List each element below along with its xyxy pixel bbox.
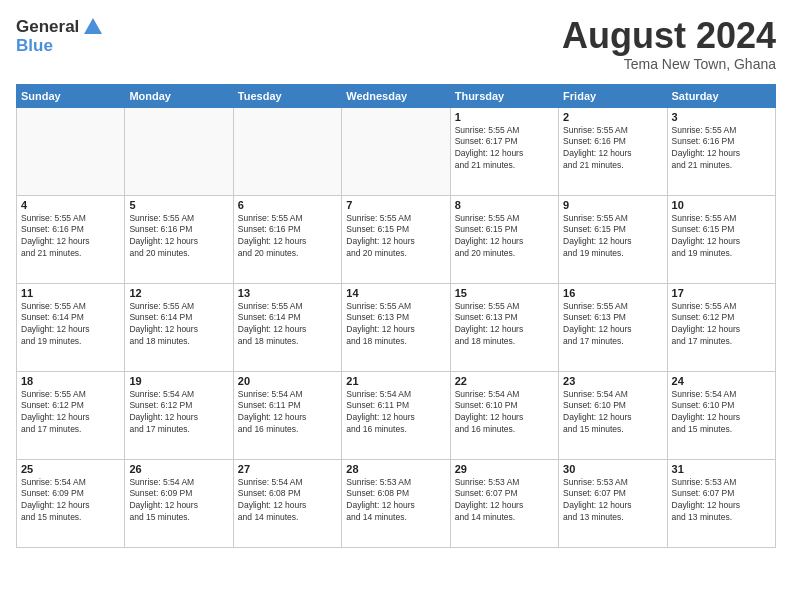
day-number: 2 xyxy=(563,111,662,123)
calendar-cell: 17Sunrise: 5:55 AM Sunset: 6:12 PM Dayli… xyxy=(667,283,775,371)
calendar-cell: 22Sunrise: 5:54 AM Sunset: 6:10 PM Dayli… xyxy=(450,371,558,459)
day-number: 5 xyxy=(129,199,228,211)
day-number: 9 xyxy=(563,199,662,211)
day-info: Sunrise: 5:54 AM Sunset: 6:10 PM Dayligh… xyxy=(672,389,771,437)
day-info: Sunrise: 5:55 AM Sunset: 6:16 PM Dayligh… xyxy=(129,213,228,261)
day-number: 25 xyxy=(21,463,120,475)
day-number: 14 xyxy=(346,287,445,299)
day-info: Sunrise: 5:53 AM Sunset: 6:07 PM Dayligh… xyxy=(455,477,554,525)
calendar-week-2: 4Sunrise: 5:55 AM Sunset: 6:16 PM Daylig… xyxy=(17,195,776,283)
day-number: 20 xyxy=(238,375,337,387)
day-info: Sunrise: 5:54 AM Sunset: 6:09 PM Dayligh… xyxy=(21,477,120,525)
day-info: Sunrise: 5:55 AM Sunset: 6:16 PM Dayligh… xyxy=(563,125,662,173)
day-number: 27 xyxy=(238,463,337,475)
weekday-header-sunday: Sunday xyxy=(17,84,125,107)
day-info: Sunrise: 5:53 AM Sunset: 6:07 PM Dayligh… xyxy=(672,477,771,525)
calendar-cell: 11Sunrise: 5:55 AM Sunset: 6:14 PM Dayli… xyxy=(17,283,125,371)
calendar-cell: 23Sunrise: 5:54 AM Sunset: 6:10 PM Dayli… xyxy=(559,371,667,459)
calendar-cell: 27Sunrise: 5:54 AM Sunset: 6:08 PM Dayli… xyxy=(233,459,341,547)
calendar-cell: 5Sunrise: 5:55 AM Sunset: 6:16 PM Daylig… xyxy=(125,195,233,283)
day-info: Sunrise: 5:55 AM Sunset: 6:13 PM Dayligh… xyxy=(563,301,662,349)
day-info: Sunrise: 5:55 AM Sunset: 6:16 PM Dayligh… xyxy=(238,213,337,261)
weekday-header-thursday: Thursday xyxy=(450,84,558,107)
day-number: 19 xyxy=(129,375,228,387)
day-number: 29 xyxy=(455,463,554,475)
calendar-cell: 4Sunrise: 5:55 AM Sunset: 6:16 PM Daylig… xyxy=(17,195,125,283)
day-number: 30 xyxy=(563,463,662,475)
day-info: Sunrise: 5:55 AM Sunset: 6:12 PM Dayligh… xyxy=(21,389,120,437)
day-info: Sunrise: 5:55 AM Sunset: 6:13 PM Dayligh… xyxy=(346,301,445,349)
day-info: Sunrise: 5:55 AM Sunset: 6:14 PM Dayligh… xyxy=(129,301,228,349)
calendar-cell: 12Sunrise: 5:55 AM Sunset: 6:14 PM Dayli… xyxy=(125,283,233,371)
calendar-header-row: SundayMondayTuesdayWednesdayThursdayFrid… xyxy=(17,84,776,107)
calendar-cell: 31Sunrise: 5:53 AM Sunset: 6:07 PM Dayli… xyxy=(667,459,775,547)
day-number: 23 xyxy=(563,375,662,387)
calendar-cell: 8Sunrise: 5:55 AM Sunset: 6:15 PM Daylig… xyxy=(450,195,558,283)
logo-icon xyxy=(82,16,104,38)
calendar-cell: 26Sunrise: 5:54 AM Sunset: 6:09 PM Dayli… xyxy=(125,459,233,547)
day-number: 15 xyxy=(455,287,554,299)
calendar-week-3: 11Sunrise: 5:55 AM Sunset: 6:14 PM Dayli… xyxy=(17,283,776,371)
day-info: Sunrise: 5:55 AM Sunset: 6:15 PM Dayligh… xyxy=(346,213,445,261)
day-info: Sunrise: 5:55 AM Sunset: 6:15 PM Dayligh… xyxy=(455,213,554,261)
weekday-header-saturday: Saturday xyxy=(667,84,775,107)
day-number: 8 xyxy=(455,199,554,211)
calendar-cell: 30Sunrise: 5:53 AM Sunset: 6:07 PM Dayli… xyxy=(559,459,667,547)
day-number: 4 xyxy=(21,199,120,211)
calendar-week-5: 25Sunrise: 5:54 AM Sunset: 6:09 PM Dayli… xyxy=(17,459,776,547)
calendar-cell: 25Sunrise: 5:54 AM Sunset: 6:09 PM Dayli… xyxy=(17,459,125,547)
calendar-cell xyxy=(125,107,233,195)
day-info: Sunrise: 5:55 AM Sunset: 6:14 PM Dayligh… xyxy=(238,301,337,349)
calendar-cell xyxy=(342,107,450,195)
calendar-cell: 29Sunrise: 5:53 AM Sunset: 6:07 PM Dayli… xyxy=(450,459,558,547)
day-info: Sunrise: 5:54 AM Sunset: 6:10 PM Dayligh… xyxy=(455,389,554,437)
calendar-cell: 13Sunrise: 5:55 AM Sunset: 6:14 PM Dayli… xyxy=(233,283,341,371)
calendar-cell xyxy=(233,107,341,195)
day-number: 6 xyxy=(238,199,337,211)
day-info: Sunrise: 5:55 AM Sunset: 6:15 PM Dayligh… xyxy=(563,213,662,261)
day-number: 1 xyxy=(455,111,554,123)
day-info: Sunrise: 5:54 AM Sunset: 6:10 PM Dayligh… xyxy=(563,389,662,437)
day-number: 21 xyxy=(346,375,445,387)
day-number: 18 xyxy=(21,375,120,387)
day-info: Sunrise: 5:55 AM Sunset: 6:17 PM Dayligh… xyxy=(455,125,554,173)
day-info: Sunrise: 5:54 AM Sunset: 6:08 PM Dayligh… xyxy=(238,477,337,525)
calendar-cell: 21Sunrise: 5:54 AM Sunset: 6:11 PM Dayli… xyxy=(342,371,450,459)
day-info: Sunrise: 5:54 AM Sunset: 6:11 PM Dayligh… xyxy=(238,389,337,437)
day-info: Sunrise: 5:55 AM Sunset: 6:16 PM Dayligh… xyxy=(672,125,771,173)
day-info: Sunrise: 5:55 AM Sunset: 6:16 PM Dayligh… xyxy=(21,213,120,261)
day-number: 3 xyxy=(672,111,771,123)
day-info: Sunrise: 5:54 AM Sunset: 6:12 PM Dayligh… xyxy=(129,389,228,437)
calendar-week-4: 18Sunrise: 5:55 AM Sunset: 6:12 PM Dayli… xyxy=(17,371,776,459)
day-info: Sunrise: 5:54 AM Sunset: 6:09 PM Dayligh… xyxy=(129,477,228,525)
svg-marker-0 xyxy=(84,18,102,34)
month-title: August 2024 xyxy=(562,16,776,56)
calendar-cell: 1Sunrise: 5:55 AM Sunset: 6:17 PM Daylig… xyxy=(450,107,558,195)
title-area: August 2024 Tema New Town, Ghana xyxy=(562,16,776,72)
calendar-cell: 9Sunrise: 5:55 AM Sunset: 6:15 PM Daylig… xyxy=(559,195,667,283)
day-number: 31 xyxy=(672,463,771,475)
weekday-header-monday: Monday xyxy=(125,84,233,107)
calendar-cell: 19Sunrise: 5:54 AM Sunset: 6:12 PM Dayli… xyxy=(125,371,233,459)
page-container: General Blue August 2024 Tema New Town, … xyxy=(0,0,792,556)
calendar-cell: 2Sunrise: 5:55 AM Sunset: 6:16 PM Daylig… xyxy=(559,107,667,195)
weekday-header-wednesday: Wednesday xyxy=(342,84,450,107)
calendar-cell: 24Sunrise: 5:54 AM Sunset: 6:10 PM Dayli… xyxy=(667,371,775,459)
day-number: 10 xyxy=(672,199,771,211)
day-number: 17 xyxy=(672,287,771,299)
logo-blue: Blue xyxy=(16,36,104,56)
day-info: Sunrise: 5:55 AM Sunset: 6:13 PM Dayligh… xyxy=(455,301,554,349)
day-number: 16 xyxy=(563,287,662,299)
day-info: Sunrise: 5:55 AM Sunset: 6:12 PM Dayligh… xyxy=(672,301,771,349)
weekday-header-friday: Friday xyxy=(559,84,667,107)
day-number: 28 xyxy=(346,463,445,475)
location: Tema New Town, Ghana xyxy=(562,56,776,72)
day-info: Sunrise: 5:55 AM Sunset: 6:15 PM Dayligh… xyxy=(672,213,771,261)
calendar-cell: 7Sunrise: 5:55 AM Sunset: 6:15 PM Daylig… xyxy=(342,195,450,283)
day-number: 22 xyxy=(455,375,554,387)
calendar-cell: 6Sunrise: 5:55 AM Sunset: 6:16 PM Daylig… xyxy=(233,195,341,283)
calendar-cell: 15Sunrise: 5:55 AM Sunset: 6:13 PM Dayli… xyxy=(450,283,558,371)
calendar-table: SundayMondayTuesdayWednesdayThursdayFrid… xyxy=(16,84,776,548)
day-info: Sunrise: 5:55 AM Sunset: 6:14 PM Dayligh… xyxy=(21,301,120,349)
day-number: 24 xyxy=(672,375,771,387)
